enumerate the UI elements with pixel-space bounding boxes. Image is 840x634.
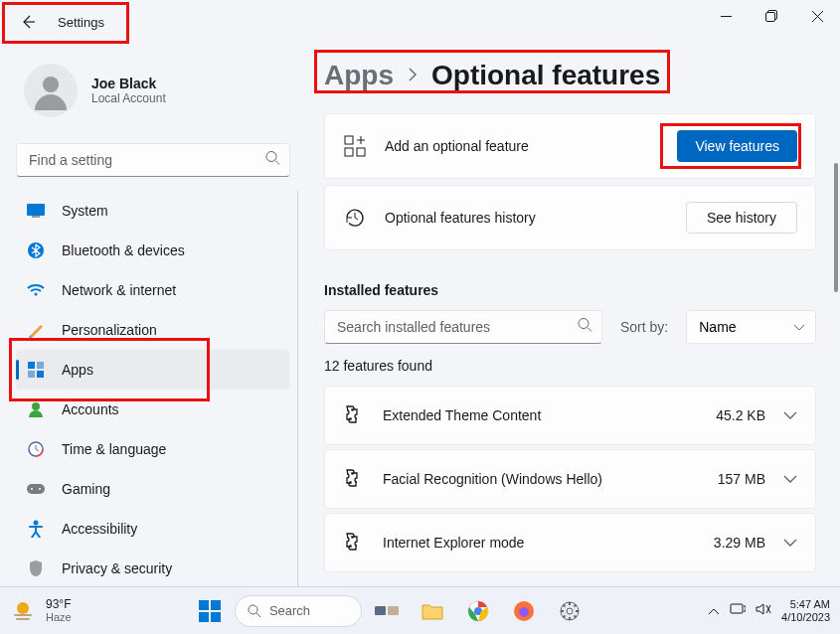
- add-feature-card: Add an optional feature View features: [324, 113, 816, 179]
- svg-rect-27: [211, 600, 221, 610]
- sidebar-item-gamepad[interactable]: Gaming: [16, 469, 289, 509]
- clock-icon: [26, 439, 46, 459]
- sidebar-item-accessibility[interactable]: Accessibility: [16, 509, 289, 549]
- chevron-right-icon: [408, 66, 418, 86]
- scrollbar[interactable]: [834, 163, 838, 292]
- back-button[interactable]: [18, 12, 38, 32]
- sidebar-item-wifi[interactable]: Network & internet: [16, 270, 289, 310]
- svg-point-3: [266, 152, 276, 162]
- svg-rect-26: [199, 600, 209, 610]
- svg-rect-19: [345, 136, 353, 144]
- breadcrumb: Apps Optional features: [324, 60, 816, 91]
- svg-point-18: [34, 521, 39, 526]
- search-icon: [578, 318, 592, 337]
- feature-size: 3.29 MB: [714, 535, 765, 551]
- add-feature-label: Add an optional feature: [385, 138, 677, 154]
- feature-name: Facial Recognition (Windows Hello): [383, 471, 718, 487]
- nav-label: System: [62, 203, 108, 219]
- svg-point-12: [32, 402, 40, 410]
- breadcrumb-parent[interactable]: Apps: [324, 60, 394, 91]
- nav-label: Bluetooth & devices: [62, 242, 185, 258]
- svg-rect-9: [37, 362, 44, 369]
- minimize-button[interactable]: [703, 0, 749, 32]
- svg-rect-10: [28, 371, 35, 378]
- svg-rect-8: [28, 362, 35, 369]
- add-feature-icon: [343, 134, 367, 158]
- bluetooth-icon: [26, 240, 46, 260]
- nav-label: Accounts: [62, 401, 119, 417]
- chrome-icon[interactable]: [457, 590, 499, 632]
- explorer-icon[interactable]: [412, 590, 453, 632]
- svg-point-22: [579, 319, 588, 329]
- svg-point-2: [43, 77, 59, 92]
- taskbar-search-label: Search: [269, 603, 310, 618]
- see-history-button[interactable]: See history: [686, 202, 797, 234]
- svg-rect-4: [27, 204, 45, 216]
- sort-label: Sort by:: [620, 319, 668, 335]
- task-view-button[interactable]: [366, 590, 408, 632]
- weather-widget[interactable]: 93°F Haze: [10, 598, 72, 624]
- avatar: [24, 64, 78, 117]
- feature-item[interactable]: Extended Theme Content45.2 KB: [324, 386, 816, 445]
- sidebar-item-clock[interactable]: Time & language: [16, 429, 289, 469]
- clock[interactable]: 5:47 AM 4/10/2023: [781, 598, 830, 623]
- system-icon: [26, 201, 46, 221]
- volume-icon[interactable]: [756, 602, 771, 620]
- svg-rect-28: [199, 612, 209, 622]
- sidebar-item-system[interactable]: System: [16, 191, 289, 231]
- svg-rect-15: [27, 484, 45, 494]
- weather-icon: [10, 598, 36, 624]
- sort-select[interactable]: Name: [686, 310, 816, 344]
- sidebar-item-bluetooth[interactable]: Bluetooth & devices: [16, 231, 289, 270]
- settings-icon-taskbar[interactable]: [549, 590, 590, 632]
- start-button[interactable]: [189, 590, 231, 632]
- feature-name: Internet Explorer mode: [383, 535, 714, 551]
- nav-label: Time & language: [62, 441, 166, 457]
- nav-label: Personalization: [62, 322, 157, 338]
- svg-rect-24: [14, 614, 32, 616]
- network-icon[interactable]: [730, 602, 746, 620]
- svg-rect-21: [357, 148, 365, 156]
- features-count: 12 features found: [324, 358, 816, 374]
- sidebar-item-person[interactable]: Accounts: [16, 390, 289, 429]
- chevron-down-icon: [793, 319, 805, 335]
- svg-rect-11: [37, 371, 44, 378]
- taskbar-search[interactable]: Search: [235, 595, 362, 627]
- gamepad-icon: [26, 479, 46, 499]
- puzzle-icon: [343, 404, 365, 426]
- sort-value: Name: [699, 319, 736, 335]
- nav-label: Network & internet: [62, 282, 176, 298]
- nav-label: Privacy & security: [62, 560, 172, 576]
- nav-label: Gaming: [62, 481, 110, 497]
- nav-label: Apps: [62, 362, 93, 378]
- profile-block[interactable]: Joe Black Local Account: [16, 58, 298, 133]
- svg-point-30: [249, 605, 257, 614]
- firefox-icon[interactable]: [503, 590, 545, 632]
- chevron-down-icon: [783, 470, 797, 488]
- history-icon: [343, 206, 367, 230]
- weather-condition: Haze: [46, 611, 72, 623]
- sidebar-item-shield[interactable]: Privacy & security: [16, 549, 289, 586]
- svg-rect-32: [388, 606, 399, 615]
- feature-item[interactable]: Facial Recognition (Windows Hello)157 MB: [324, 449, 816, 509]
- installed-header: Installed features: [324, 282, 816, 298]
- sidebar-item-apps[interactable]: Apps: [16, 350, 289, 390]
- search-icon: [248, 604, 261, 618]
- installed-search-input[interactable]: [324, 310, 602, 344]
- svg-rect-25: [16, 618, 30, 620]
- brush-icon: [26, 320, 46, 340]
- view-features-button[interactable]: View features: [677, 130, 797, 162]
- sidebar-item-brush[interactable]: Personalization: [16, 310, 289, 350]
- accessibility-icon: [26, 519, 46, 539]
- chevron-down-icon: [783, 406, 797, 424]
- breadcrumb-current: Optional features: [431, 60, 660, 91]
- maximize-button[interactable]: [749, 0, 794, 32]
- time-text: 5:47 AM: [790, 598, 830, 611]
- close-button[interactable]: [794, 0, 840, 32]
- sidebar: Joe Black Local Account SystemBluetooth …: [0, 44, 304, 586]
- feature-item[interactable]: Internet Explorer mode3.29 MB: [324, 513, 816, 572]
- sidebar-search-input[interactable]: [16, 143, 290, 177]
- svg-point-36: [519, 607, 529, 617]
- main-content: Apps Optional features Add an optional f…: [304, 44, 840, 586]
- tray-expand-icon[interactable]: [708, 602, 720, 620]
